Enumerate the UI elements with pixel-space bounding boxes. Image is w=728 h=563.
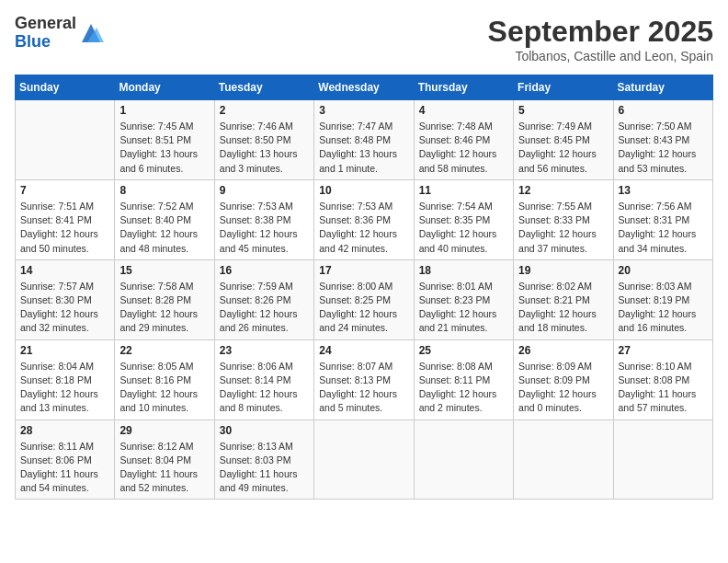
day-info: Sunrise: 8:12 AMSunset: 8:04 PMDaylight:…	[119, 440, 209, 496]
day-info: Sunrise: 8:05 AMSunset: 8:16 PMDaylight:…	[119, 360, 209, 416]
calendar-body: 1Sunrise: 7:45 AMSunset: 8:51 PMDaylight…	[16, 100, 713, 500]
day-info: Sunrise: 7:50 AMSunset: 8:43 PMDaylight:…	[619, 120, 708, 176]
day-info: Sunrise: 7:49 AMSunset: 8:45 PMDaylight:…	[518, 120, 608, 176]
calendar-day-cell: 19Sunrise: 8:02 AMSunset: 8:21 PMDayligh…	[514, 259, 613, 339]
day-number: 3	[319, 104, 408, 117]
logo-general: General	[15, 14, 76, 32]
weekday-header-row: SundayMondayTuesdayWednesdayThursdayFrid…	[16, 75, 713, 100]
day-info: Sunrise: 8:07 AMSunset: 8:13 PMDaylight:…	[319, 360, 408, 416]
calendar-day-cell: 24Sunrise: 8:07 AMSunset: 8:13 PMDayligh…	[314, 339, 414, 419]
day-info: Sunrise: 8:09 AMSunset: 8:09 PMDaylight:…	[518, 360, 608, 416]
calendar-day-cell: 9Sunrise: 7:53 AMSunset: 8:38 PMDaylight…	[214, 179, 313, 259]
day-number: 11	[419, 184, 508, 197]
day-info: Sunrise: 7:52 AMSunset: 8:40 PMDaylight:…	[119, 200, 209, 256]
logo-icon	[78, 20, 104, 46]
day-number: 9	[220, 184, 309, 197]
location-title: Tolbanos, Castille and Leon, Spain	[488, 49, 713, 63]
day-number: 29	[119, 424, 209, 437]
calendar-day-cell: 22Sunrise: 8:05 AMSunset: 8:16 PMDayligh…	[115, 339, 214, 419]
day-number: 19	[518, 264, 608, 277]
calendar-day-cell: 30Sunrise: 8:13 AMSunset: 8:03 PMDayligh…	[214, 419, 313, 500]
day-info: Sunrise: 7:58 AMSunset: 8:28 PMDaylight:…	[119, 280, 209, 336]
calendar-week-row: 28Sunrise: 8:11 AMSunset: 8:06 PMDayligh…	[16, 419, 713, 500]
calendar-day-cell	[514, 419, 613, 500]
calendar-day-cell	[314, 419, 414, 500]
day-number: 18	[419, 264, 508, 277]
day-info: Sunrise: 7:45 AMSunset: 8:51 PMDaylight:…	[119, 120, 209, 176]
day-info: Sunrise: 7:55 AMSunset: 8:33 PMDaylight:…	[518, 200, 608, 256]
calendar-day-cell	[16, 100, 115, 180]
logo-text: General Blue	[15, 15, 76, 52]
day-info: Sunrise: 8:00 AMSunset: 8:25 PMDaylight:…	[319, 280, 408, 336]
day-number: 26	[518, 344, 608, 357]
calendar-day-cell: 8Sunrise: 7:52 AMSunset: 8:40 PMDaylight…	[115, 179, 214, 259]
calendar-week-row: 7Sunrise: 7:51 AMSunset: 8:41 PMDaylight…	[16, 179, 713, 259]
month-title: September 2025	[488, 15, 713, 49]
day-number: 28	[20, 424, 109, 437]
weekday-header-cell: Tuesday	[214, 75, 313, 100]
day-info: Sunrise: 7:56 AMSunset: 8:31 PMDaylight:…	[619, 200, 708, 256]
day-number: 23	[220, 344, 309, 357]
day-number: 6	[619, 104, 708, 117]
calendar-day-cell: 21Sunrise: 8:04 AMSunset: 8:18 PMDayligh…	[16, 339, 115, 419]
calendar-day-cell: 2Sunrise: 7:46 AMSunset: 8:50 PMDaylight…	[214, 100, 313, 180]
day-info: Sunrise: 7:48 AMSunset: 8:46 PMDaylight:…	[419, 120, 508, 176]
title-block: September 2025 Tolbanos, Castille and Le…	[488, 15, 713, 63]
calendar-week-row: 14Sunrise: 7:57 AMSunset: 8:30 PMDayligh…	[16, 259, 713, 339]
day-number: 24	[319, 344, 408, 357]
calendar-day-cell	[613, 419, 712, 500]
calendar-day-cell: 4Sunrise: 7:48 AMSunset: 8:46 PMDaylight…	[414, 100, 513, 180]
day-info: Sunrise: 8:10 AMSunset: 8:08 PMDaylight:…	[619, 360, 708, 416]
day-info: Sunrise: 7:57 AMSunset: 8:30 PMDaylight:…	[20, 280, 109, 336]
calendar-day-cell: 15Sunrise: 7:58 AMSunset: 8:28 PMDayligh…	[115, 259, 214, 339]
calendar-week-row: 1Sunrise: 7:45 AMSunset: 8:51 PMDaylight…	[16, 100, 713, 180]
day-info: Sunrise: 7:47 AMSunset: 8:48 PMDaylight:…	[319, 120, 408, 176]
day-number: 30	[220, 424, 309, 437]
day-number: 4	[419, 104, 508, 117]
calendar-day-cell: 29Sunrise: 8:12 AMSunset: 8:04 PMDayligh…	[115, 419, 214, 500]
day-number: 13	[619, 184, 708, 197]
day-number: 7	[20, 184, 109, 197]
calendar-day-cell: 16Sunrise: 7:59 AMSunset: 8:26 PMDayligh…	[214, 259, 313, 339]
day-info: Sunrise: 8:13 AMSunset: 8:03 PMDaylight:…	[220, 440, 309, 496]
day-info: Sunrise: 8:11 AMSunset: 8:06 PMDaylight:…	[20, 440, 109, 496]
weekday-header-cell: Saturday	[613, 75, 712, 100]
calendar-day-cell: 12Sunrise: 7:55 AMSunset: 8:33 PMDayligh…	[514, 179, 613, 259]
day-info: Sunrise: 8:03 AMSunset: 8:19 PMDaylight:…	[619, 280, 708, 336]
calendar-table: SundayMondayTuesdayWednesdayThursdayFrid…	[15, 75, 713, 500]
calendar-day-cell	[414, 419, 513, 500]
day-number: 25	[419, 344, 508, 357]
day-info: Sunrise: 8:04 AMSunset: 8:18 PMDaylight:…	[20, 360, 109, 416]
day-info: Sunrise: 8:08 AMSunset: 8:11 PMDaylight:…	[419, 360, 508, 416]
calendar-day-cell: 1Sunrise: 7:45 AMSunset: 8:51 PMDaylight…	[115, 100, 214, 180]
day-info: Sunrise: 7:53 AMSunset: 8:36 PMDaylight:…	[319, 200, 408, 256]
calendar-day-cell: 27Sunrise: 8:10 AMSunset: 8:08 PMDayligh…	[613, 339, 712, 419]
day-number: 2	[220, 104, 309, 117]
day-number: 12	[518, 184, 608, 197]
logo: General Blue	[15, 15, 104, 52]
calendar-day-cell: 5Sunrise: 7:49 AMSunset: 8:45 PMDaylight…	[514, 100, 613, 180]
calendar-day-cell: 3Sunrise: 7:47 AMSunset: 8:48 PMDaylight…	[314, 100, 414, 180]
calendar-day-cell: 6Sunrise: 7:50 AMSunset: 8:43 PMDaylight…	[613, 100, 712, 180]
day-info: Sunrise: 7:51 AMSunset: 8:41 PMDaylight:…	[20, 200, 109, 256]
day-info: Sunrise: 7:54 AMSunset: 8:35 PMDaylight:…	[419, 200, 508, 256]
weekday-header-cell: Monday	[115, 75, 214, 100]
calendar-day-cell: 17Sunrise: 8:00 AMSunset: 8:25 PMDayligh…	[314, 259, 414, 339]
day-number: 10	[319, 184, 408, 197]
day-info: Sunrise: 8:06 AMSunset: 8:14 PMDaylight:…	[220, 360, 309, 416]
weekday-header-cell: Friday	[514, 75, 613, 100]
weekday-header-cell: Wednesday	[314, 75, 414, 100]
calendar-day-cell: 11Sunrise: 7:54 AMSunset: 8:35 PMDayligh…	[414, 179, 513, 259]
day-info: Sunrise: 7:53 AMSunset: 8:38 PMDaylight:…	[220, 200, 309, 256]
calendar-day-cell: 18Sunrise: 8:01 AMSunset: 8:23 PMDayligh…	[414, 259, 513, 339]
calendar-day-cell: 23Sunrise: 8:06 AMSunset: 8:14 PMDayligh…	[214, 339, 313, 419]
weekday-header-cell: Thursday	[414, 75, 513, 100]
day-number: 15	[119, 264, 209, 277]
day-number: 16	[220, 264, 309, 277]
header: General Blue September 2025 Tolbanos, Ca…	[15, 15, 713, 63]
calendar-day-cell: 25Sunrise: 8:08 AMSunset: 8:11 PMDayligh…	[414, 339, 513, 419]
logo-blue: Blue	[15, 32, 51, 51]
calendar-day-cell: 14Sunrise: 7:57 AMSunset: 8:30 PMDayligh…	[16, 259, 115, 339]
day-number: 14	[20, 264, 109, 277]
day-number: 27	[619, 344, 708, 357]
